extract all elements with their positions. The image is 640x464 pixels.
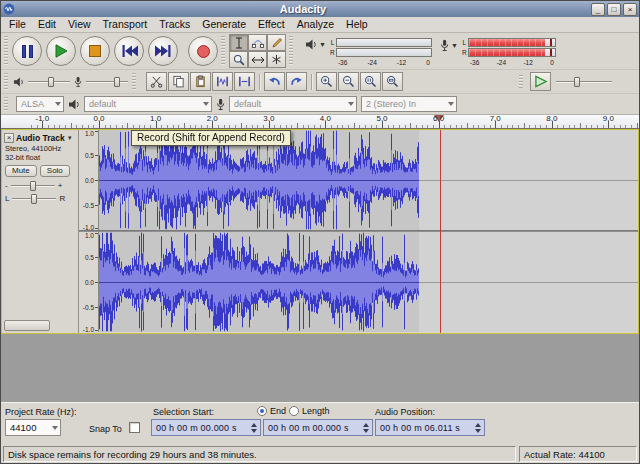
draw-tool-button[interactable] [267, 34, 286, 51]
input-channels-select[interactable]: 2 (Stereo) In [361, 96, 457, 112]
end-radio-label[interactable]: End [270, 406, 286, 416]
selection-tool-button[interactable] [229, 34, 248, 51]
waveform-display-left[interactable] [99, 130, 638, 230]
copy-button[interactable] [168, 72, 189, 91]
pan-slider[interactable] [11, 192, 57, 206]
audio-position-field[interactable]: 00 h 00 m 06.011 s [375, 419, 485, 436]
track-menu-arrow[interactable]: ▼ [67, 135, 73, 141]
track-name[interactable]: Audio Track [16, 133, 65, 143]
playback-speed-slider[interactable] [555, 75, 613, 89]
menu-item-help[interactable]: Help [340, 17, 374, 32]
multi-tool-button[interactable] [267, 51, 286, 68]
playback-speed-thumb[interactable] [574, 77, 580, 87]
solo-button[interactable]: Solo [40, 165, 70, 177]
menu-item-edit[interactable]: Edit [32, 17, 62, 32]
end-radio[interactable] [257, 406, 267, 416]
close-button[interactable]: × [623, 3, 637, 16]
playback-meter-right-bar[interactable] [336, 48, 432, 57]
snap-to-checkbox[interactable] [129, 422, 140, 433]
gain-slider[interactable] [10, 179, 56, 193]
time-tick [263, 125, 264, 128]
time-spinner[interactable] [363, 423, 370, 433]
fit-selection-button[interactable] [360, 72, 381, 91]
play-button[interactable] [46, 36, 76, 66]
project-rate-select[interactable]: 44100 [5, 419, 61, 436]
zoom-tool-button[interactable] [229, 51, 248, 68]
vertical-ruler-right[interactable]: 1.0 0.5 0.0 -0.5 -1.0 [79, 232, 99, 332]
close-track-button[interactable]: × [4, 133, 14, 143]
skip-to-end-button[interactable] [148, 36, 178, 66]
selection-start-field[interactable]: 00 h 00 m 00.000 s [151, 419, 261, 436]
redo-button[interactable] [286, 72, 307, 91]
time-tick [320, 125, 321, 128]
time-label: 1.0 [150, 115, 161, 123]
pan-thumb[interactable] [31, 194, 37, 204]
time-tick [161, 125, 162, 128]
timeshift-tool-button[interactable] [248, 51, 267, 68]
time-spinner[interactable] [251, 423, 258, 433]
fit-project-button[interactable] [382, 72, 403, 91]
minimize-button[interactable]: _ [591, 3, 605, 16]
input-device-select[interactable]: default [229, 96, 357, 112]
time-label: 3.0 [263, 115, 274, 123]
playback-meter-menu-arrow[interactable]: ▼ [319, 41, 326, 48]
undo-button[interactable] [264, 72, 285, 91]
edit-toolbar-grabber[interactable] [132, 73, 136, 90]
envelope-tool-button[interactable] [248, 34, 267, 51]
skip-to-start-button[interactable] [114, 36, 144, 66]
output-device-select[interactable]: default [84, 96, 212, 112]
paste-button[interactable] [190, 72, 211, 91]
recording-meter-menu-arrow[interactable]: ▼ [451, 42, 458, 49]
collapse-track-button[interactable] [4, 320, 50, 331]
menu-item-effect[interactable]: Effect [252, 17, 291, 32]
timeline-ruler[interactable]: -1.00.01.02.03.04.05.06.07.08.09.0 [1, 115, 639, 129]
pause-button[interactable] [12, 36, 42, 66]
zoom-in-button[interactable] [316, 72, 337, 91]
mixer-toolbar-grabber[interactable] [4, 73, 8, 90]
audio-host-select[interactable]: ALSA [16, 96, 64, 112]
mute-button[interactable]: Mute [5, 165, 37, 177]
length-radio[interactable] [289, 406, 299, 416]
toolbar-separator [311, 74, 313, 90]
time-spinner[interactable] [475, 423, 482, 433]
output-volume-thumb[interactable] [48, 77, 54, 87]
menu-item-tracks[interactable]: Tracks [153, 17, 196, 32]
selection-end-field[interactable]: 00 h 00 m 00.000 s [263, 419, 373, 436]
input-volume-slider[interactable] [85, 75, 129, 89]
transport-toolbar-grabber[interactable] [4, 36, 8, 66]
meter-toolbar-grabber[interactable] [289, 36, 293, 66]
waveform-display-right[interactable] [99, 232, 638, 332]
maximize-button[interactable]: □ [607, 3, 621, 16]
time-tick [280, 125, 281, 128]
recording-meter-left-bar[interactable] [468, 38, 556, 47]
menu-item-analyze[interactable]: Analyze [291, 17, 340, 32]
menu-item-generate[interactable]: Generate [196, 17, 252, 32]
vertical-ruler-left[interactable]: 1.0 0.5 0.0 -0.5 -1.0 [79, 130, 99, 230]
menu-item-transport[interactable]: Transport [97, 17, 154, 32]
tools-toolbar-grabber[interactable] [221, 36, 225, 66]
gain-thumb[interactable] [30, 181, 36, 191]
waveform-canvas[interactable] [99, 232, 419, 332]
time-tick [274, 125, 275, 128]
stop-button[interactable] [80, 36, 110, 66]
device-toolbar-grabber[interactable] [4, 97, 8, 111]
menu-item-file[interactable]: File [3, 17, 32, 32]
playback-meter[interactable]: ▼ L R -36-24-120 [305, 36, 432, 67]
play-at-speed-button[interactable] [530, 72, 551, 91]
input-volume-thumb[interactable] [114, 77, 120, 87]
recording-meter[interactable]: ▼ L R -36-24-120 [440, 36, 556, 67]
transcription-toolbar-grabber[interactable] [519, 75, 523, 88]
title-bar[interactable]: Audacity _ □ × [1, 1, 639, 17]
playback-meter-left-bar[interactable] [336, 38, 432, 47]
recording-meter-right-bar[interactable] [468, 48, 556, 57]
trim-button[interactable] [212, 72, 233, 91]
waveform-canvas[interactable] [99, 130, 419, 230]
time-tick [286, 125, 287, 128]
output-volume-slider[interactable] [27, 75, 71, 89]
record-button[interactable] [188, 36, 218, 66]
silence-button[interactable] [234, 72, 255, 91]
cut-button[interactable] [146, 72, 167, 91]
menu-item-view[interactable]: View [62, 17, 97, 32]
zoom-out-button[interactable] [338, 72, 359, 91]
length-radio-label[interactable]: Length [302, 406, 330, 416]
